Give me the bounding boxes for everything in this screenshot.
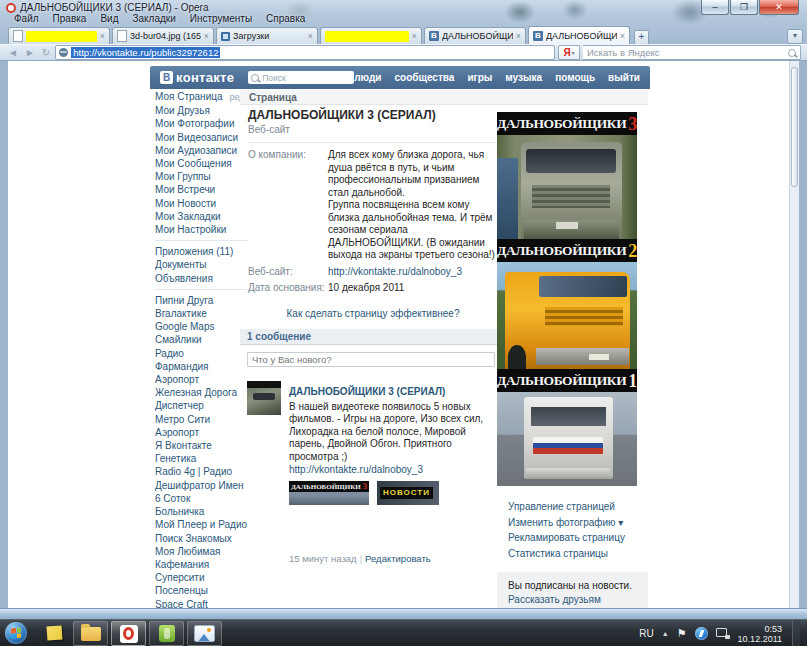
- sidebar-item[interactable]: Мои Аудиозаписи: [155, 144, 247, 157]
- show-desktop-button[interactable]: [792, 620, 800, 646]
- menu-item[interactable]: Инструменты: [184, 13, 258, 26]
- sidebar-app-item[interactable]: Space Craft: [155, 598, 247, 608]
- attachment-video-thumbnail[interactable]: ДАЛЬНОБОЙЩИКИ 3: [289, 481, 369, 505]
- new-tab-button[interactable]: +: [634, 30, 649, 45]
- search-engine-button[interactable]: Я ▾: [558, 45, 580, 60]
- sidebar-app-item[interactable]: Метро Сити: [155, 413, 247, 426]
- page-tips-link[interactable]: Как сделать страницу эффективнее?: [248, 308, 498, 319]
- share-link[interactable]: Рассказать друзьям: [508, 594, 637, 605]
- post-avatar[interactable]: [247, 381, 281, 415]
- sidebar-item[interactable]: Мои Фотографии: [155, 117, 247, 130]
- language-indicator[interactable]: RU: [639, 628, 653, 639]
- scrollbar-thumb[interactable]: [791, 67, 798, 187]
- admin-action-link[interactable]: Рекламировать страницу: [508, 530, 648, 546]
- search-icon[interactable]: [788, 49, 796, 57]
- tray-blue-app-icon[interactable]: [695, 627, 708, 640]
- close-button[interactable]: ✕: [759, 0, 799, 15]
- tab-close-icon[interactable]: ×: [100, 31, 105, 41]
- taskbar-opera-button[interactable]: [111, 621, 146, 646]
- sidebar-item[interactable]: Мои Видеозаписи: [155, 131, 247, 144]
- sidebar-item[interactable]: Объявления: [155, 272, 247, 285]
- sidebar-item[interactable]: Мои Новости: [155, 197, 247, 210]
- vk-nav-link[interactable]: сообщества: [395, 72, 455, 83]
- url-field[interactable]: http://vkontakte.ru/public32972612: [55, 45, 555, 60]
- vk-nav-link[interactable]: игры: [467, 72, 492, 83]
- sidebar-app-item[interactable]: Аэропорт: [155, 426, 247, 439]
- tab-redacted-2[interactable]: ×: [320, 27, 422, 44]
- sidebar-app-item[interactable]: Генетика: [155, 452, 247, 465]
- attachment-news-thumbnail[interactable]: НОВОСТИ: [377, 481, 439, 505]
- sticky-notes-icon[interactable]: [47, 625, 63, 640]
- post-link[interactable]: http://vkontakte.ru/dalnoboy_3: [289, 464, 498, 475]
- post-author-link[interactable]: ДАЛЬНОБОЙЩИКИ 3 (СЕРИАЛ): [289, 386, 445, 397]
- tab-close-icon[interactable]: ×: [308, 31, 313, 41]
- tab-image[interactable]: 3d-bur04.jpg (1654×676) ×: [112, 27, 214, 44]
- sidebar-app-item[interactable]: Поселенцы: [155, 584, 247, 597]
- restore-button[interactable]: ❐: [730, 0, 758, 15]
- taskbar-explorer-button[interactable]: [73, 621, 108, 646]
- sidebar-item[interactable]: Мои Настройки: [155, 223, 247, 236]
- tab-close-icon[interactable]: ×: [620, 31, 625, 41]
- sidebar-item-my-page[interactable]: Моя Страница: [155, 90, 223, 103]
- taskbar-green-app-button[interactable]: [149, 621, 184, 646]
- sidebar-app-item[interactable]: Диспетчер: [155, 399, 247, 412]
- forward-icon[interactable]: ►: [23, 46, 37, 60]
- vk-nav-link[interactable]: музыка: [505, 72, 542, 83]
- sidebar-app-item[interactable]: 6 Соток: [155, 492, 247, 505]
- menu-item[interactable]: Справка: [260, 13, 311, 26]
- tab-vk-1[interactable]: В ДАЛЬНОБОЙЩИКИ 3 ... ×: [424, 27, 526, 44]
- tab-redacted-1[interactable]: ×: [8, 27, 110, 44]
- website-link[interactable]: http://vkontakte.ru/dalnoboy_3: [328, 266, 462, 277]
- sidebar-item[interactable]: Документы: [155, 258, 247, 271]
- tab-vk-active[interactable]: В ДАЛЬНОБОЙЩИКИ 3 ... ×: [528, 26, 630, 44]
- tab-close-icon[interactable]: ×: [412, 31, 417, 41]
- tab-downloads[interactable]: Загрузки ×: [216, 27, 318, 44]
- menu-item[interactable]: Правка: [47, 13, 93, 26]
- web-search-input[interactable]: Искать в Яндекс: [583, 45, 801, 60]
- action-center-flag-icon[interactable]: ⚑: [677, 628, 687, 639]
- sidebar-app-item[interactable]: Железная Дорога: [155, 386, 247, 399]
- sidebar-app-item[interactable]: Суперсити: [155, 571, 247, 584]
- admin-action-link[interactable]: Изменить фотографию ▾: [508, 515, 648, 531]
- sidebar-app-item[interactable]: Я Вконтакте: [155, 439, 247, 452]
- sidebar-item[interactable]: Мои Группы: [155, 170, 247, 183]
- sidebar-app-item[interactable]: Радио: [155, 347, 247, 360]
- vk-search-input[interactable]: Поиск: [248, 71, 354, 84]
- tab-list-button[interactable]: ▾: [787, 29, 803, 44]
- reload-icon[interactable]: ↻: [40, 46, 52, 60]
- sidebar-app-item[interactable]: Кафемания: [155, 558, 247, 571]
- back-icon[interactable]: ◄: [6, 46, 20, 60]
- sidebar-item[interactable]: Мои Закладки: [155, 210, 247, 223]
- sidebar-app-item[interactable]: Radio 4g | Радио: [155, 465, 247, 478]
- admin-action-link[interactable]: Статистика страницы: [508, 546, 648, 562]
- taskbar-image-viewer-button[interactable]: [187, 621, 222, 646]
- sidebar-app-item[interactable]: Мой Плеер и Радио: [155, 518, 247, 531]
- status-input[interactable]: [247, 352, 495, 367]
- sidebar-item[interactable]: Приложения (11): [155, 245, 247, 258]
- sidebar-app-item[interactable]: Смайлики: [155, 333, 247, 346]
- post-edit-link[interactable]: Редактировать: [365, 553, 431, 564]
- sidebar-app-item[interactable]: Google Maps: [155, 320, 247, 333]
- start-button[interactable]: [5, 622, 27, 644]
- sidebar-app-item[interactable]: Вгалактике: [155, 307, 247, 320]
- profile-photo[interactable]: ДАЛЬНОБОЙЩИКИ3 ДАЛЬНОБОЙЩИКИ2 ДАЛЬНОБОЙЩ…: [497, 112, 637, 486]
- vk-nav-link[interactable]: помощь: [555, 72, 595, 83]
- tab-close-icon[interactable]: ×: [204, 31, 209, 41]
- vk-logo[interactable]: В контакте: [160, 70, 234, 85]
- tab-close-icon[interactable]: ×: [516, 31, 521, 41]
- sidebar-item[interactable]: Мои Встречи: [155, 183, 247, 196]
- sidebar-app-item[interactable]: Моя Любимая: [155, 545, 247, 558]
- sidebar-item[interactable]: Мои Сообщения: [155, 157, 247, 170]
- scrollbar[interactable]: [789, 61, 799, 608]
- clock[interactable]: 0:53 10.12.2011: [738, 624, 782, 644]
- sidebar-app-item[interactable]: Больничка: [155, 505, 247, 518]
- sidebar-app-item[interactable]: Аэропорт: [155, 373, 247, 386]
- sidebar-app-item[interactable]: Пипни Друга: [155, 294, 247, 307]
- sidebar-app-item[interactable]: Дешифратор Имен: [155, 479, 247, 492]
- vk-nav-link[interactable]: выйти: [608, 72, 640, 83]
- admin-action-link[interactable]: Управление страницей: [508, 499, 648, 515]
- vk-nav-link[interactable]: люди: [354, 72, 381, 83]
- hidden-icons-arrow[interactable]: ▲: [662, 630, 669, 637]
- menu-item[interactable]: Закладки: [126, 13, 181, 26]
- menu-item[interactable]: Файл: [8, 13, 45, 26]
